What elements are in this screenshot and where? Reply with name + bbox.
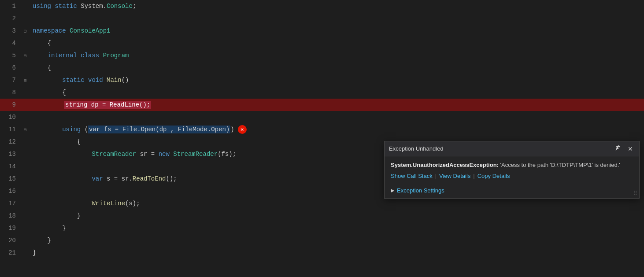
line-number-15: 15 — [0, 175, 21, 182]
line-number-10: 10 — [0, 114, 21, 121]
token: new — [159, 151, 170, 158]
token: class — [81, 52, 99, 59]
code-line-20: 20 } — [0, 234, 644, 247]
exception-popup: Exception Unhandled ✕ System.Unauthorize… — [384, 141, 640, 199]
line-content-11: using ( var fs = File.Open(dp , FileMode… — [29, 125, 644, 134]
token: { — [33, 64, 51, 71]
collapse-icon-5[interactable]: ⊟ — [24, 53, 27, 59]
token: internal — [48, 52, 77, 59]
code-line-9: 9 string dp = ReadLine(); — [0, 99, 644, 111]
token: WriteLine — [92, 200, 125, 207]
line-number-20: 20 — [0, 237, 21, 244]
token: Program — [103, 52, 129, 59]
line-number-4: 4 — [0, 40, 21, 47]
collapse-icon-7[interactable]: ⊟ — [24, 78, 27, 83]
token: System. — [77, 3, 107, 10]
token — [33, 200, 92, 207]
line-number-5: 5 — [0, 52, 21, 59]
code-line-18: 18 } — [0, 210, 644, 222]
token — [66, 27, 70, 34]
code-line-5: 5 ⊟ internal class Program — [0, 49, 644, 62]
gutter-7[interactable]: ⊟ — [21, 78, 29, 83]
line-number-18: 18 — [0, 212, 21, 219]
popup-title: Exception Unhandled — [389, 145, 444, 152]
expand-icon[interactable]: ▶ — [391, 188, 394, 193]
token: StreamReader — [92, 151, 136, 158]
code-line-7: 7 ⊟ static void Main () — [0, 74, 644, 86]
separator-2: | — [473, 173, 474, 179]
token — [33, 175, 92, 182]
token: Main — [107, 77, 122, 84]
token: (s); — [125, 200, 140, 207]
view-details-link[interactable]: View Details — [439, 173, 470, 179]
line-number-11: 11 — [0, 126, 21, 133]
line-content-18: } — [29, 212, 644, 219]
code-line-11: 11 ⊟ using ( var fs = File.Open(dp , Fil… — [0, 123, 644, 136]
line-number-21: 21 — [0, 249, 21, 256]
line-number-14: 14 — [0, 163, 21, 170]
token: ReadToEnd — [133, 175, 166, 182]
close-popup-button[interactable]: ✕ — [626, 144, 635, 153]
collapse-icon-3[interactable]: ⊟ — [24, 28, 27, 34]
line-content-5: internal class Program — [29, 52, 644, 59]
pin-button[interactable] — [614, 144, 623, 153]
token: () — [122, 77, 129, 84]
token — [33, 52, 48, 59]
token: } — [33, 225, 66, 232]
token: ( — [81, 126, 88, 133]
token — [103, 77, 107, 84]
exception-settings-link[interactable]: Exception Settings — [397, 187, 444, 194]
token: Console — [107, 3, 133, 10]
line-content-1: using static System. Console ; — [29, 3, 644, 10]
token: (); — [166, 175, 177, 182]
popup-links: Show Call Stack | View Details | Copy De… — [391, 173, 633, 179]
token — [33, 151, 92, 158]
gutter-11[interactable]: ⊟ — [21, 127, 29, 133]
collapse-icon-11[interactable]: ⊟ — [24, 127, 27, 133]
token: ; — [133, 3, 136, 10]
line-number-9: 9 — [0, 101, 21, 108]
line-content-3: namespace ConsoleApp1 — [29, 27, 644, 34]
code-editor: 1 using static System. Console ; 2 3 ⊟ — [0, 0, 644, 277]
code-line-6: 6 { — [0, 62, 644, 74]
gutter-3[interactable]: ⊟ — [21, 28, 29, 34]
code-line-19: 19 } — [0, 222, 644, 234]
token: StreamReader — [173, 151, 218, 158]
code-line-10: 10 — [0, 111, 644, 123]
show-call-stack-link[interactable]: Show Call Stack — [391, 173, 433, 179]
token: ) — [230, 126, 234, 133]
line-number-16: 16 — [0, 188, 21, 195]
copy-details-link[interactable]: Copy Details — [477, 173, 510, 179]
popup-body: System.UnauthorizedAccessException: 'Acc… — [385, 156, 639, 185]
line-number-7: 7 — [0, 77, 21, 84]
highlighted-code-11: var fs = File.Open(dp , FileMode.Open) — [88, 126, 230, 133]
token — [33, 126, 62, 133]
line-number-19: 19 — [0, 225, 21, 232]
popup-header-actions: ✕ — [614, 144, 635, 153]
gutter-5[interactable]: ⊟ — [21, 53, 29, 59]
exception-type: System.UnauthorizedAccessException: — [391, 162, 499, 168]
token: static — [62, 77, 84, 84]
code-line-3: 3 ⊟ namespace ConsoleApp1 — [0, 25, 644, 37]
line-content-20: } — [29, 237, 644, 244]
code-area: 1 using static System. Console ; 2 3 ⊟ — [0, 0, 644, 277]
line-content-4: { — [29, 40, 644, 47]
code-line-4: 4 { — [0, 37, 644, 49]
token: { — [33, 89, 66, 96]
line-number-3: 3 — [0, 27, 21, 34]
code-line-21: 21 } — [0, 247, 644, 259]
resize-handle[interactable]: ⠿ — [633, 190, 637, 196]
token: ConsoleApp1 — [70, 27, 110, 34]
token: sr = — [136, 151, 158, 158]
token: namespace — [33, 27, 66, 34]
token: } — [33, 249, 36, 256]
token: { — [33, 40, 51, 47]
line-content-6: { — [29, 64, 644, 71]
separator-1: | — [435, 173, 437, 179]
token — [77, 52, 81, 59]
popup-header: Exception Unhandled ✕ — [385, 141, 639, 156]
token — [99, 52, 103, 59]
token — [51, 3, 55, 10]
line-number-13: 13 — [0, 151, 21, 158]
code-line-2: 2 — [0, 12, 644, 25]
